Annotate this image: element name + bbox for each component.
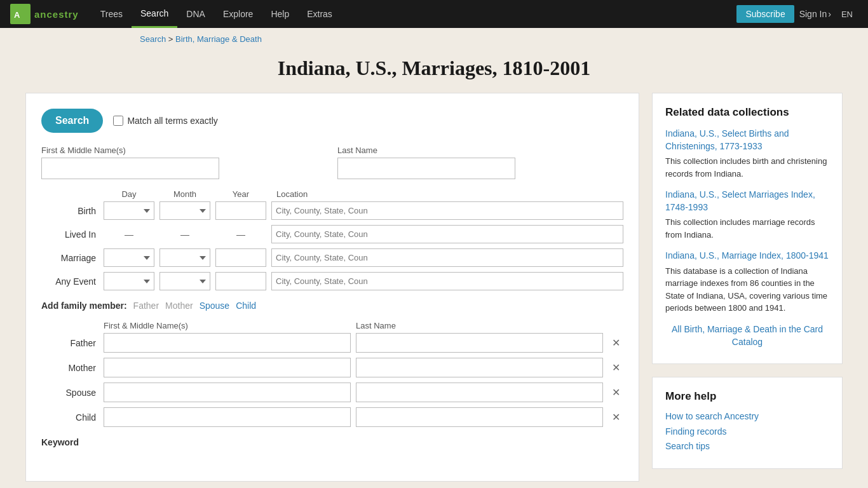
signin-button[interactable]: Sign In ›: [799, 9, 831, 19]
marriage-event-row: Marriage: [41, 248, 623, 267]
month-header: Month: [159, 189, 210, 199]
events-section: Day Month Year Location Birth Lived In —…: [41, 189, 623, 290]
language-selector[interactable]: EN: [836, 10, 858, 19]
anyevent-location-input[interactable]: [271, 272, 623, 290]
marriage-year-input[interactable]: [215, 248, 266, 267]
search-panel: Search Match all terms exactly First & M…: [25, 93, 639, 482]
father-first-input[interactable]: [104, 333, 351, 353]
family-last-header: Last Name: [356, 321, 603, 330]
logo-text: ancestry: [34, 9, 79, 20]
collection-link-2[interactable]: Indiana, U.S., Marriage Index, 1800-1941: [665, 250, 829, 262]
anyevent-year-input[interactable]: [215, 272, 266, 290]
match-exact-text: Match all terms exactly: [127, 116, 217, 126]
mother-first-input[interactable]: [104, 358, 351, 377]
collection-desc-2: This database is a collection of Indiana…: [665, 265, 829, 315]
spouse-first-input[interactable]: [104, 383, 351, 402]
match-exact-label[interactable]: Match all terms exactly: [113, 116, 217, 126]
last-name-group: Last Name: [337, 146, 623, 179]
nav-search[interactable]: Search: [132, 0, 177, 28]
year-header: Year: [215, 189, 266, 199]
family-add-row: Add family member: Father Mother Spouse …: [41, 301, 623, 311]
birth-month-select[interactable]: [159, 201, 210, 220]
last-name-label: Last Name: [337, 146, 623, 155]
family-header-row: First & Middle Name(s) Last Name: [41, 321, 623, 330]
keyword-section: Keyword: [41, 437, 623, 447]
collection-desc-1: This collection includes marriage record…: [665, 216, 829, 241]
collection-link-1[interactable]: Indiana, U.S., Select Marriages Index, 1…: [665, 189, 829, 214]
nav-dna[interactable]: DNA: [177, 0, 214, 28]
add-child-link[interactable]: Child: [236, 301, 256, 311]
birth-day-select[interactable]: [104, 201, 154, 220]
sidebar: Related data collections Indiana, U.S., …: [652, 93, 843, 482]
keyword-label: Keyword: [41, 437, 79, 447]
spouse-label: Spouse: [41, 388, 98, 398]
birth-year-input[interactable]: [215, 201, 266, 220]
nav-extras[interactable]: Extras: [298, 0, 341, 28]
father-last-input[interactable]: [356, 333, 603, 353]
anyevent-label: Any Event: [41, 276, 98, 287]
svg-rect-0: [10, 4, 31, 24]
livedin-day-dash: —: [104, 229, 154, 240]
breadcrumb-root[interactable]: Search: [140, 34, 166, 44]
help-link-2[interactable]: Search tips: [665, 440, 829, 453]
marriage-day-select[interactable]: [104, 248, 154, 267]
related-title: Related data collections: [665, 106, 829, 119]
first-name-label: First & Middle Name(s): [41, 146, 327, 155]
search-top-row: Search Match all terms exactly: [41, 109, 623, 133]
nav-help[interactable]: Help: [262, 0, 298, 28]
mother-last-input[interactable]: [356, 358, 603, 377]
livedin-label: Lived In: [41, 229, 98, 240]
help-link-1[interactable]: Finding records: [665, 426, 829, 438]
page-title: Indiana, U.S., Marriages, 1810-2001: [0, 57, 868, 80]
match-exact-checkbox[interactable]: [113, 116, 123, 126]
birth-event-row: Birth: [41, 201, 623, 220]
child-first-input[interactable]: [104, 407, 351, 427]
child-last-input[interactable]: [356, 407, 603, 427]
mother-close-icon[interactable]: ✕: [608, 362, 623, 374]
more-help-card: More help How to search Ancestry Finding…: [652, 377, 843, 469]
svg-text:A: A: [14, 10, 20, 20]
nav-links: Trees Search DNA Explore Help Extras: [92, 0, 737, 28]
nav-trees[interactable]: Trees: [92, 0, 132, 28]
add-mother-link[interactable]: Mother: [165, 301, 193, 311]
more-help-title: More help: [665, 390, 829, 403]
father-label: Father: [41, 338, 98, 348]
add-spouse-link[interactable]: Spouse: [200, 301, 229, 311]
marriage-location-input[interactable]: [271, 248, 623, 267]
marriage-month-select[interactable]: [159, 248, 210, 267]
marriage-label: Marriage: [41, 253, 98, 263]
first-name-input[interactable]: [41, 158, 219, 179]
father-close-icon[interactable]: ✕: [608, 337, 623, 349]
child-member-row: Child ✕: [41, 407, 623, 427]
first-name-group: First & Middle Name(s): [41, 146, 327, 179]
navigation: A ancestry Trees Search DNA Explore Help…: [0, 0, 868, 28]
subscribe-button[interactable]: Subscribe: [736, 5, 794, 23]
birth-location-input[interactable]: [271, 201, 623, 220]
last-name-input[interactable]: [337, 158, 515, 179]
anyevent-event-row: Any Event: [41, 272, 623, 290]
spouse-close-icon[interactable]: ✕: [608, 386, 623, 398]
spouse-last-input[interactable]: [356, 383, 603, 402]
spouse-member-row: Spouse ✕: [41, 383, 623, 402]
nav-explore[interactable]: Explore: [214, 0, 262, 28]
livedin-year-dash: —: [215, 229, 266, 240]
main-layout: Search Match all terms exactly First & M…: [0, 93, 868, 488]
child-close-icon[interactable]: ✕: [608, 411, 623, 423]
search-button[interactable]: Search: [41, 109, 103, 133]
nav-right: Subscribe Sign In › EN: [736, 5, 858, 23]
breadcrumb-current[interactable]: Birth, Marriage & Death: [175, 34, 262, 44]
collection-link-0[interactable]: Indiana, U.S., Select Births and Christe…: [665, 128, 829, 152]
logo[interactable]: A ancestry: [10, 4, 79, 24]
livedin-location-input[interactable]: [271, 225, 623, 243]
anyevent-month-select[interactable]: [159, 272, 210, 290]
birth-label: Birth: [41, 206, 98, 216]
family-add-label: Add family member:: [41, 301, 127, 311]
livedin-event-row: Lived In — — —: [41, 225, 623, 243]
add-father-link[interactable]: Father: [133, 301, 159, 311]
family-first-header: First & Middle Name(s): [104, 321, 351, 330]
family-section: Add family member: Father Mother Spouse …: [41, 301, 623, 427]
anyevent-day-select[interactable]: [104, 272, 154, 290]
help-link-0[interactable]: How to search Ancestry: [665, 410, 829, 423]
catalog-link[interactable]: All Birth, Marriage & Death in the Card …: [665, 323, 829, 348]
mother-member-row: Mother ✕: [41, 358, 623, 377]
